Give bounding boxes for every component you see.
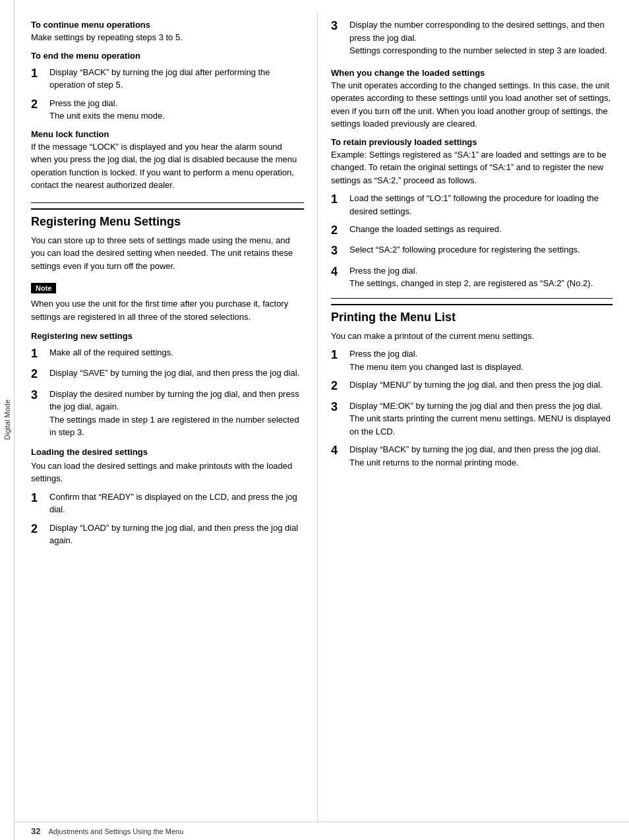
step-content: Change the loaded settings as required. bbox=[349, 223, 613, 238]
page-number: 32 bbox=[31, 826, 40, 836]
step-sub: The unit starts printing the current men… bbox=[349, 412, 613, 438]
step-sub: The settings made in step 1 are register… bbox=[49, 413, 304, 439]
printing-step-2: 2 Display “MENU” by turning the jog dial… bbox=[331, 378, 613, 394]
step-text: Press the jog dial. bbox=[349, 347, 613, 361]
when-change-loaded-body: The unit operates according to the chang… bbox=[331, 79, 613, 131]
step-number: 3 bbox=[31, 388, 45, 439]
step-content: Display “BACK” by turning the jog dial, … bbox=[349, 443, 613, 469]
end-menu-step-1: 1 Display “BACK” by turning the jog dial… bbox=[31, 66, 304, 92]
end-menu-step-2: 2 Press the jog dial. The unit exits the… bbox=[31, 97, 304, 123]
step-content: Display “ME:OK” by turning the jog dial … bbox=[349, 400, 613, 438]
step-number: 1 bbox=[31, 346, 45, 361]
note-text: When you use the unit for the first time… bbox=[31, 297, 304, 323]
step-content: Confirm that “READY” is displayed on the… bbox=[49, 491, 304, 516]
step-number: 4 bbox=[331, 264, 345, 290]
registering-new-heading: Registering new settings bbox=[31, 331, 304, 341]
step-content: Load the settings of “LO:1” following th… bbox=[349, 192, 613, 218]
continue-menu-ops-body: Make settings by repeating steps 3 to 5. bbox=[31, 31, 304, 44]
retain-step-3: 3 Select “SA:2” following procedure for … bbox=[331, 243, 613, 258]
printing-step-3: 3 Display “ME:OK” by turning the jog dia… bbox=[331, 400, 613, 438]
step-text: Press the jog dial. bbox=[349, 264, 613, 278]
retain-step-1: 1 Load the settings of “LO:1” following … bbox=[331, 192, 613, 218]
step-number: 2 bbox=[31, 522, 45, 547]
note-label: Note bbox=[31, 283, 56, 293]
step-text: Display “ME:OK” by turning the jog dial … bbox=[349, 400, 613, 413]
step-number: 2 bbox=[331, 223, 345, 238]
footer-description: Adjustments and Settings Using the Menu bbox=[48, 827, 183, 835]
when-change-loaded-heading: When you change the loaded settings bbox=[331, 68, 613, 78]
step-number: 2 bbox=[331, 378, 345, 394]
section-divider bbox=[31, 202, 304, 203]
step-content: Press the jog dial. The settings, change… bbox=[349, 264, 613, 290]
continue-menu-ops-heading: To continue menu operations bbox=[31, 20, 304, 30]
side-tab: Digital Mode bbox=[0, 0, 15, 840]
footer-bar: 32 Adjustments and Settings Using the Me… bbox=[15, 822, 629, 840]
printing-section-intro: You can make a printout of the current m… bbox=[331, 330, 613, 343]
step-content: Display “MENU” by turning the jog dial, … bbox=[349, 378, 613, 394]
step-number: 1 bbox=[331, 192, 345, 218]
step-content: Display “LOAD” by turning the jog dial, … bbox=[49, 522, 304, 547]
step-number: 3 bbox=[331, 243, 345, 258]
loading-step-1: 1 Confirm that “READY” is displayed on t… bbox=[31, 491, 304, 516]
step-sub: The menu item you changed last is displa… bbox=[349, 361, 613, 374]
printing-step-4: 4 Display “BACK” by turning the jog dial… bbox=[331, 443, 613, 469]
step-text: Load the settings of “LO:1” following th… bbox=[349, 192, 613, 218]
retain-settings-intro: Example: Settings registered as “SA:1” a… bbox=[331, 148, 613, 187]
step-text: Press the jog dial. bbox=[49, 97, 304, 110]
step-sub: Settings corresponding to the number sel… bbox=[349, 44, 613, 57]
step-number: 2 bbox=[31, 367, 45, 382]
printing-section-divider bbox=[331, 298, 613, 299]
two-column-layout: To continue menu operations Make setting… bbox=[15, 0, 629, 822]
reg-new-step-2: 2 Display “SAVE” by turning the jog dial… bbox=[31, 367, 304, 382]
loading-step-2: 2 Display “LOAD” by turning the jog dial… bbox=[31, 522, 304, 547]
step-content: Display the number corresponding to the … bbox=[349, 18, 613, 57]
step-number: 4 bbox=[331, 443, 345, 469]
right-column: 3 Display the number corresponding to th… bbox=[318, 13, 629, 822]
step-content: Press the jog dial. The unit exits the m… bbox=[49, 97, 304, 123]
loading-settings-intro: You can load the desired settings and ma… bbox=[31, 460, 304, 485]
step-sub: The unit returns to the normal printing … bbox=[349, 456, 613, 469]
step-number: 1 bbox=[331, 347, 345, 373]
step-text: Change the loaded settings as required. bbox=[349, 223, 613, 236]
retain-step-4: 4 Press the jog dial. The settings, chan… bbox=[331, 264, 613, 290]
retain-step-2: 2 Change the loaded settings as required… bbox=[331, 223, 613, 238]
step-text: Display “MENU” by turning the jog dial, … bbox=[349, 378, 613, 392]
content-area: To continue menu operations Make setting… bbox=[15, 0, 629, 840]
page-container: Digital Mode To continue menu operations… bbox=[0, 0, 629, 840]
step-text: Display the desired number by turning th… bbox=[49, 388, 304, 413]
step-number: 3 bbox=[331, 400, 345, 438]
step-text: Confirm that “READY” is displayed on the… bbox=[49, 491, 304, 516]
reg-new-step-3: 3 Display the desired number by turning … bbox=[31, 388, 304, 439]
retain-settings-heading: To retain previously loaded settings bbox=[331, 137, 613, 147]
step-content: Display “BACK” by turning the jog dial a… bbox=[49, 66, 304, 92]
printing-step-1: 1 Press the jog dial. The menu item you … bbox=[331, 347, 613, 373]
menu-lock-body: If the message “LOCK” is displayed and y… bbox=[31, 140, 304, 192]
step-content: Display the desired number by turning th… bbox=[49, 388, 304, 439]
menu-lock-heading: Menu lock function bbox=[31, 129, 304, 139]
step-text: Display “LOAD” by turning the jog dial, … bbox=[49, 522, 304, 547]
step-content: Make all of the required settings. bbox=[49, 346, 304, 361]
step-content: Display “SAVE” by turning the jog dial, … bbox=[49, 367, 304, 382]
registering-intro: You can store up to three sets of settin… bbox=[31, 234, 304, 273]
step-text: Make all of the required settings. bbox=[49, 346, 304, 359]
step-text: Display “SAVE” by turning the jog dial, … bbox=[49, 367, 304, 380]
reg-new-step-1: 1 Make all of the required settings. bbox=[31, 346, 304, 361]
printing-section-title: Printing the Menu List bbox=[331, 304, 613, 324]
step-text: Display “BACK” by turning the jog dial a… bbox=[49, 66, 304, 92]
loading-cont-step-3: 3 Display the number corresponding to th… bbox=[331, 18, 613, 57]
step-sub: The settings, changed in step 2, are reg… bbox=[349, 277, 613, 290]
end-menu-op-heading: To end the menu operation bbox=[31, 51, 304, 61]
step-number: 3 bbox=[331, 18, 345, 57]
left-column: To continue menu operations Make setting… bbox=[15, 13, 318, 822]
step-number: 1 bbox=[31, 491, 45, 516]
step-text: Select “SA:2” following procedure for re… bbox=[349, 243, 613, 256]
loading-settings-heading: Loading the desired settings bbox=[31, 447, 304, 457]
step-text: Display the number corresponding to the … bbox=[349, 18, 613, 44]
step-content: Select “SA:2” following procedure for re… bbox=[349, 243, 613, 258]
registering-section-title: Registering Menu Settings bbox=[31, 208, 304, 229]
step-number: 1 bbox=[31, 66, 45, 92]
note-label-box: Note bbox=[31, 276, 304, 297]
step-sub: The unit exits the menu mode. bbox=[49, 109, 304, 123]
step-content: Press the jog dial. The menu item you ch… bbox=[349, 347, 613, 373]
step-text: Display “BACK” by turning the jog dial, … bbox=[349, 443, 613, 456]
